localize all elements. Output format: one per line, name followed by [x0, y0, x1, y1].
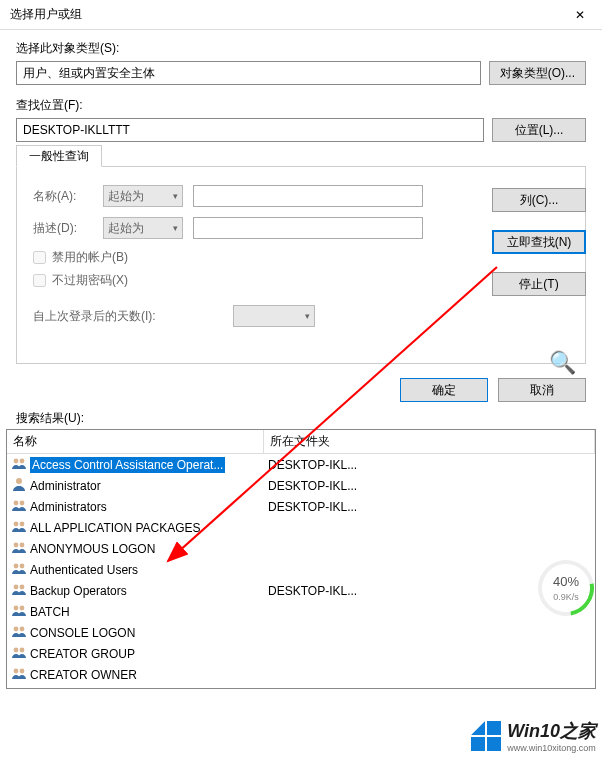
- svg-point-7: [14, 543, 19, 548]
- cell-name: CONSOLE LOGON: [7, 623, 264, 642]
- chevron-down-icon: ▾: [305, 311, 310, 321]
- cell-name: ANONYMOUS LOGON: [7, 539, 264, 558]
- table-row[interactable]: Backup OperatorsDESKTOP-IKL...: [7, 580, 595, 601]
- magnifier-icon: 🔍: [549, 350, 576, 376]
- cell-name: BATCH: [7, 602, 264, 621]
- titlebar: 选择用户或组 ✕: [0, 0, 602, 30]
- cell-name: Administrator: [7, 476, 264, 495]
- object-type-button[interactable]: 对象类型(O)...: [489, 61, 586, 85]
- group-icon: [11, 455, 27, 474]
- table-row[interactable]: Authenticated Users: [7, 559, 595, 580]
- cell-name: ALL APPLICATION PACKAGES: [7, 518, 264, 537]
- speed-gauge: 40% 0.9K/s: [538, 560, 594, 616]
- cell-name: CREATOR OWNER: [7, 665, 264, 684]
- cell-name: Access Control Assistance Operat...: [7, 455, 264, 474]
- stop-button[interactable]: 停止(T): [492, 272, 586, 296]
- svg-point-13: [14, 606, 19, 611]
- group-icon: [11, 623, 27, 642]
- svg-point-1: [20, 459, 25, 464]
- group-icon: [11, 602, 27, 621]
- desc-input[interactable]: [193, 217, 423, 239]
- location-button[interactable]: 位置(L)...: [492, 118, 586, 142]
- disabled-accounts-checkbox[interactable]: [33, 251, 46, 264]
- name-label: 名称(A):: [33, 188, 93, 205]
- svg-point-18: [20, 648, 25, 653]
- find-now-button[interactable]: 立即查找(N): [492, 230, 586, 254]
- desc-match-select[interactable]: 起始为 ▾: [103, 217, 183, 239]
- table-row[interactable]: AdministratorDESKTOP-IKL...: [7, 475, 595, 496]
- chevron-down-icon: ▾: [173, 191, 178, 201]
- group-icon: [11, 665, 27, 684]
- watermark-logo: Win10之家 www.win10xitong.com: [471, 719, 596, 753]
- svg-point-12: [20, 585, 25, 590]
- svg-point-15: [14, 627, 19, 632]
- noexpire-password-checkbox[interactable]: [33, 274, 46, 287]
- svg-point-0: [14, 459, 19, 464]
- days-select[interactable]: ▾: [233, 305, 315, 327]
- cell-name: Cryptographic Operators: [7, 686, 264, 689]
- cell-folder: DESKTOP-IKL...: [264, 479, 595, 493]
- table-row[interactable]: Access Control Assistance Operat...DESKT…: [7, 454, 595, 475]
- results-table: 名称 所在文件夹 Access Control Assistance Opera…: [6, 429, 596, 689]
- group-icon: [11, 497, 27, 516]
- table-header: 名称 所在文件夹: [7, 430, 595, 454]
- columns-button[interactable]: 列(C)...: [492, 188, 586, 212]
- cancel-button[interactable]: 取消: [498, 378, 586, 402]
- group-icon: [11, 560, 27, 579]
- cell-folder: DESKTOP-IKL...: [264, 689, 595, 690]
- disabled-accounts-label: 禁用的帐户(B): [52, 249, 128, 266]
- cell-folder: DESKTOP-IKL...: [264, 500, 595, 514]
- group-icon: [11, 539, 27, 558]
- svg-point-17: [14, 648, 19, 653]
- svg-point-3: [14, 501, 19, 506]
- table-row[interactable]: ANONYMOUS LOGON: [7, 538, 595, 559]
- table-row[interactable]: Cryptographic OperatorsDESKTOP-IKL...: [7, 685, 595, 689]
- gauge-percent: 40%: [538, 574, 594, 589]
- side-button-stack: 列(C)... 立即查找(N) 停止(T): [492, 188, 586, 296]
- group-icon: [11, 644, 27, 663]
- dialog-footer: 确定 取消: [0, 378, 586, 402]
- days-label: 自上次登录后的天数(I):: [33, 308, 173, 325]
- cell-name: Administrators: [7, 497, 264, 516]
- svg-point-2: [16, 478, 22, 484]
- close-icon: ✕: [575, 8, 585, 22]
- name-input[interactable]: [193, 185, 423, 207]
- location-field: DESKTOP-IKLLTTT: [16, 118, 484, 142]
- svg-point-11: [14, 585, 19, 590]
- group-icon: [11, 686, 27, 689]
- table-row[interactable]: CREATOR OWNER: [7, 664, 595, 685]
- cell-name: Backup Operators: [7, 581, 264, 600]
- table-row[interactable]: ALL APPLICATION PACKAGES: [7, 517, 595, 538]
- chevron-down-icon: ▾: [173, 223, 178, 233]
- table-body: Access Control Assistance Operat...DESKT…: [7, 454, 595, 689]
- close-button[interactable]: ✕: [557, 0, 602, 30]
- col-name[interactable]: 名称: [7, 430, 264, 453]
- table-row[interactable]: CONSOLE LOGON: [7, 622, 595, 643]
- col-folder[interactable]: 所在文件夹: [264, 430, 595, 453]
- window-title: 选择用户或组: [10, 6, 82, 23]
- svg-point-5: [14, 522, 19, 527]
- object-type-field: 用户、组或内置安全主体: [16, 61, 481, 85]
- group-icon: [11, 581, 27, 600]
- windows-logo-icon: [471, 721, 501, 751]
- location-label: 查找位置(F):: [16, 97, 586, 114]
- svg-point-20: [20, 669, 25, 674]
- group-icon: [11, 518, 27, 537]
- svg-point-16: [20, 627, 25, 632]
- ok-button[interactable]: 确定: [400, 378, 488, 402]
- user-icon: [11, 476, 27, 495]
- svg-point-4: [20, 501, 25, 506]
- table-row[interactable]: CREATOR GROUP: [7, 643, 595, 664]
- svg-point-10: [20, 564, 25, 569]
- cell-folder: DESKTOP-IKL...: [264, 458, 595, 472]
- watermark-brand: Win10之家: [507, 719, 596, 743]
- desc-label: 描述(D):: [33, 220, 93, 237]
- table-row[interactable]: BATCH: [7, 601, 595, 622]
- object-type-label: 选择此对象类型(S):: [16, 40, 586, 57]
- table-row[interactable]: AdministratorsDESKTOP-IKL...: [7, 496, 595, 517]
- tab-general[interactable]: 一般性查询: [16, 145, 102, 167]
- svg-point-8: [20, 543, 25, 548]
- name-match-select[interactable]: 起始为 ▾: [103, 185, 183, 207]
- results-label: 搜索结果(U):: [0, 410, 602, 429]
- svg-point-6: [20, 522, 25, 527]
